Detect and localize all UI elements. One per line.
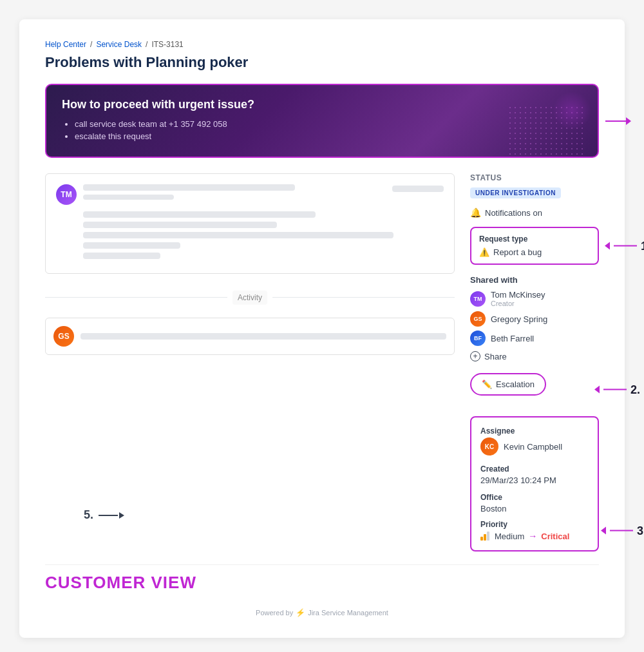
escalation-label: Escalation <box>496 379 535 389</box>
comment-area: TM <box>45 173 455 274</box>
request-type-value: Report a bug <box>493 247 542 257</box>
footer-text: Powered by <box>256 609 293 617</box>
annotation-5: 5. <box>84 508 124 522</box>
annotation-1: 1. <box>605 239 644 253</box>
annotation-2: 2. <box>594 383 644 396</box>
request-type-icon: ⚠️ <box>479 247 489 257</box>
priority-medium: Medium <box>480 532 524 541</box>
created-label: Created <box>480 465 589 474</box>
commenter-avatar: TM <box>56 184 77 205</box>
status-badge: UNDER INVESTIGATION <box>470 187 561 198</box>
priority-arrow-icon: → <box>528 531 537 541</box>
banner-list: call service desk team at +1 357 492 058… <box>62 119 582 141</box>
breadcrumb: Help Center / Service Desk / ITS-3131 <box>45 40 599 49</box>
banner-title: How to proceed with urgent issue? <box>62 98 582 111</box>
banner-annotation-arrow <box>605 117 631 125</box>
reply-area[interactable]: GS <box>45 318 455 355</box>
person-name-gregory: Gregory Spring <box>491 314 547 324</box>
annotation-3: 3. <box>601 524 644 537</box>
pencil-icon: ✏️ <box>482 379 492 389</box>
created-value: 29/Mar/23 10:24 PM <box>480 475 589 485</box>
reply-input[interactable] <box>80 333 446 340</box>
footer-brand: Jira Service Management <box>308 609 388 617</box>
assignee-section: Assignee KC Kevin Campbell Created 29/Ma… <box>470 416 599 551</box>
bell-icon: 🔔 <box>470 207 481 218</box>
breadcrumb-help-center[interactable]: Help Center <box>45 40 86 49</box>
priority-row: Medium → Critical <box>480 531 589 541</box>
assignee-label: Assignee <box>480 427 589 436</box>
notification-label: Notifications on <box>485 208 542 218</box>
customer-view-label: CUSTOMER VIEW <box>45 573 599 593</box>
reply-avatar: GS <box>53 326 74 347</box>
person-role-tom: Creator <box>491 300 545 307</box>
page-title: Problems with Planning poker <box>45 54 599 71</box>
shared-with-title: Shared with <box>470 275 599 285</box>
person-name-tom: Tom McKinsey <box>491 290 545 300</box>
footer: Powered by ⚡ Jira Service Management <box>45 608 599 617</box>
status-label: Status <box>470 173 599 182</box>
priority-critical: Critical <box>541 532 569 541</box>
person-tom: TM Tom McKinsey Creator <box>470 290 599 307</box>
priority-label: Priority <box>480 520 589 529</box>
breadcrumb-service-desk[interactable]: Service Desk <box>96 40 142 49</box>
escalation-button[interactable]: ✏️ Escalation <box>470 373 546 396</box>
activity-label: Activity <box>232 291 267 305</box>
annotation-number-1: 1. <box>641 239 644 253</box>
plus-icon: + <box>470 351 480 361</box>
left-panel: TM <box>45 173 455 551</box>
notification-row[interactable]: 🔔 Notifications on <box>470 207 599 218</box>
annotation-number-5: 5. <box>84 508 93 522</box>
banner-item-2: escalate this request <box>75 131 582 141</box>
share-button[interactable]: + Share <box>470 350 599 363</box>
activity-section: Activity <box>45 284 455 310</box>
annotation-number-3: 3. <box>637 524 644 537</box>
share-label: Share <box>484 352 507 361</box>
office-value: Boston <box>480 504 589 513</box>
assignee-avatar-initials: KC <box>485 443 494 450</box>
right-panel: Status UNDER INVESTIGATION 🔔 Notificatio… <box>470 173 599 551</box>
priority-bars <box>480 532 489 541</box>
person-name-beth: Beth Farrell <box>491 334 534 343</box>
request-type-box: Request type ⚠️ Report a bug <box>470 227 599 265</box>
request-type-content: ⚠️ Report a bug <box>479 247 590 257</box>
request-type-title: Request type <box>479 235 590 244</box>
status-section: Status UNDER INVESTIGATION <box>470 173 599 205</box>
shared-with-section: Shared with TM Tom McKinsey Creator GS <box>470 275 599 363</box>
person-beth: BF Beth Farrell <box>470 331 599 346</box>
breadcrumb-ticket-id: ITS-3131 <box>151 40 183 49</box>
urgent-banner: How to proceed with urgent issue? call s… <box>45 84 599 158</box>
jira-icon: ⚡ <box>296 608 305 617</box>
priority-current: Medium <box>495 532 524 541</box>
person-gregory: GS Gregory Spring <box>470 311 599 327</box>
assignee-person: KC Kevin Campbell <box>480 437 589 455</box>
assignee-name: Kevin Campbell <box>504 442 562 452</box>
banner-item-1: call service desk team at +1 357 492 058 <box>75 119 582 129</box>
annotation-number-2: 2. <box>630 383 640 396</box>
office-label: Office <box>480 493 589 502</box>
